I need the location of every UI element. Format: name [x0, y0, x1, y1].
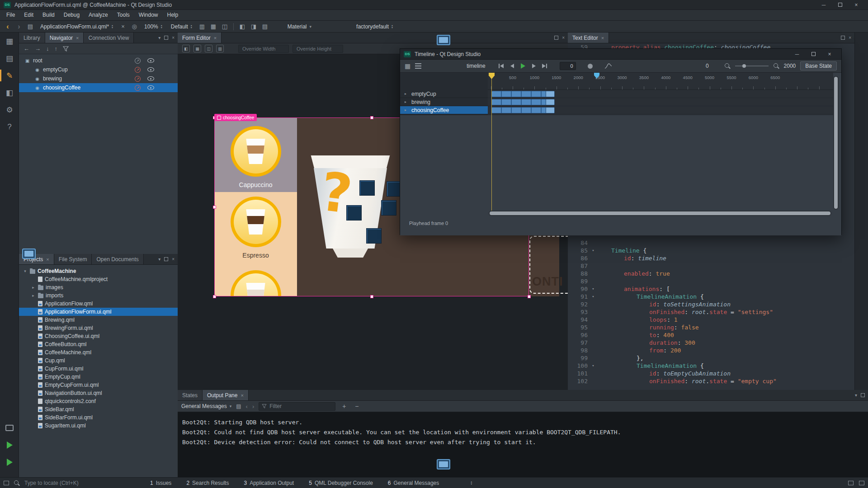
code-line-100[interactable]: 100▾TimelineAnimation { — [568, 362, 854, 370]
project-item-navigationbutton-ui-qml[interactable]: NavigationButton.ui.qml — [19, 389, 178, 397]
debug-run-button[interactable] — [0, 454, 19, 471]
expand-arrow-icon[interactable]: ▸ — [31, 293, 36, 298]
statusbar-pane-application-output[interactable]: 3Application Output — [244, 480, 294, 486]
select-tool-icon[interactable]: ◧ — [182, 45, 190, 52]
coffee-option-espresso[interactable]: Espresso — [214, 192, 297, 262]
maximize-button[interactable] — [805, 49, 821, 59]
pin-output-icon[interactable]: ▤ — [236, 403, 241, 409]
end-frame-label[interactable]: 2000 — [784, 63, 796, 69]
selection-handle[interactable] — [370, 295, 373, 298]
override-height-field[interactable]: Override Height — [292, 45, 343, 53]
progress-details-icon[interactable] — [848, 481, 854, 485]
console-output[interactable]: Boot2Qt: Starting QDB host server.Boot2Q… — [178, 412, 868, 453]
close-icon[interactable]: × — [241, 393, 243, 398]
alias-export-icon[interactable]: ↗ — [135, 67, 141, 73]
minimize-button[interactable]: ─ — [789, 49, 805, 59]
code-line-92[interactable]: 92id: toSettingsAnimation — [568, 300, 854, 308]
code-line-95[interactable]: 95running: false — [568, 324, 854, 331]
menu-file[interactable]: File — [2, 10, 19, 20]
target-icon[interactable]: ◎ — [130, 22, 138, 31]
float-pane-icon[interactable] — [164, 257, 168, 261]
locator-input[interactable]: Type to locate (Ctrl+K) — [24, 480, 110, 486]
alias-export-icon[interactable]: ↗ — [135, 85, 141, 91]
previous-item-icon[interactable]: ‹ — [246, 403, 248, 410]
floating-dock-icon[interactable] — [437, 35, 450, 45]
output-channel-selector[interactable]: General Messages ▾ — [181, 403, 231, 409]
statusbar-pane-issues[interactable]: 1Issues — [150, 480, 171, 486]
project-item-images[interactable]: ▸images — [19, 283, 178, 291]
output-tab-states[interactable]: States — [178, 390, 203, 400]
fold-arrow-icon[interactable]: ▾ — [588, 285, 599, 293]
keyframe-section-bar[interactable] — [491, 99, 555, 105]
edit-mode-icon[interactable]: ▤ — [0, 50, 19, 67]
code-line-98[interactable]: 98from: 200 — [568, 347, 854, 354]
menu-window[interactable]: Window — [134, 10, 163, 20]
timeline-titlebar[interactable]: DS Timeline - Qt Design Studio ─ × — [400, 49, 841, 60]
style-selector[interactable]: Default ▴▾ — [168, 22, 195, 31]
project-item-brewingform-ui-qml[interactable]: BrewingForm.ui.qml — [19, 324, 178, 332]
project-item-imports[interactable]: ▸imports — [19, 291, 178, 300]
continue-button-text[interactable]: ONTI — [532, 275, 563, 289]
next-frame-button[interactable] — [530, 62, 538, 70]
float-pane-icon[interactable] — [554, 36, 558, 40]
code-line-91[interactable]: 91▾TimelineAnimation { — [568, 293, 854, 300]
left-panel-icon[interactable]: ◧ — [238, 22, 246, 31]
marquee-tool-icon[interactable]: ▦ — [193, 45, 201, 52]
keyframe-section-bar[interactable] — [491, 107, 555, 113]
project-item-applicationflowform-ui-qml[interactable]: ApplicationFlowForm.ui.qml — [19, 308, 178, 316]
alias-export-icon[interactable]: ↗ — [135, 76, 141, 82]
code-line-84[interactable]: 84 — [568, 239, 854, 247]
navigator-tab-connection-view[interactable]: Connection View — [84, 33, 134, 43]
filter-icon[interactable] — [63, 46, 69, 52]
close-document-icon[interactable]: × — [119, 22, 127, 31]
split-view-icon[interactable]: ▤ — [261, 22, 269, 31]
project-item-applicationflow-qml[interactable]: ApplicationFlow.qml — [19, 300, 178, 308]
navigator-item-emptycup[interactable]: ◉emptyCup↗ — [19, 65, 178, 74]
animation-settings-icon[interactable] — [415, 63, 421, 69]
code-line-89[interactable]: 89 — [568, 277, 854, 285]
code-line-90[interactable]: 90▾animations: [ — [568, 285, 854, 293]
close-icon[interactable]: × — [214, 35, 217, 41]
float-pane-icon[interactable] — [164, 36, 168, 40]
close-button[interactable]: × — [848, 0, 864, 10]
project-item-coffeemachine[interactable]: ▾CoffeeMachine — [19, 267, 178, 275]
playback-speed-label[interactable]: 0 — [706, 63, 709, 69]
easing-curve-icon[interactable] — [604, 63, 612, 69]
spinner-arrows-icon[interactable]: ▴▾ — [112, 24, 113, 29]
timeline-keyframe-area[interactable] — [488, 90, 833, 115]
code-line-87[interactable]: 87 — [568, 262, 854, 270]
export-icon[interactable]: ▥ — [198, 22, 206, 31]
timeline-ruler[interactable]: 5001000150020002500300035004000450050005… — [488, 73, 833, 90]
selection-label[interactable]: choosingCoffee — [214, 114, 257, 121]
close-icon[interactable]: × — [46, 257, 49, 262]
menu-edit[interactable]: Edit — [19, 10, 38, 20]
coffee-option-cappuccino[interactable]: Cappuccino — [214, 117, 297, 192]
selection-handle[interactable] — [213, 206, 216, 209]
alias-export-icon[interactable]: ↗ — [135, 58, 141, 64]
timeline-track-brewing[interactable]: ▸brewing — [400, 98, 488, 106]
move-forward-icon[interactable]: → — [35, 45, 41, 52]
forward-icon[interactable]: › — [15, 22, 23, 31]
navigator-item-choosingcoffee[interactable]: ◉choosingCoffee↗ — [19, 83, 178, 92]
sidebar-toggle-icon[interactable] — [4, 481, 9, 485]
maximize-button[interactable] — [832, 0, 848, 10]
play-button[interactable] — [519, 62, 527, 70]
components-icon[interactable]: ◧ — [0, 84, 19, 101]
base-state-button[interactable]: Base State — [800, 61, 837, 70]
sugar-cube[interactable] — [346, 205, 362, 221]
form-editor-tab[interactable]: Form Editor × — [178, 33, 222, 43]
project-item-cupform-ui-qml[interactable]: CupForm.ui.qml — [19, 365, 178, 373]
output-tab-output-pane[interactable]: Output Pane× — [203, 390, 249, 400]
navigator-item-brewing[interactable]: ◉brewing↗ — [19, 74, 178, 83]
spinner-arrows-icon[interactable]: ▴▾ — [191, 24, 192, 29]
pane-arrows-icon[interactable]: ▴▾ — [471, 481, 472, 485]
device-manager-icon[interactable] — [0, 419, 19, 436]
move-up-icon[interactable]: ↑ — [55, 45, 58, 52]
navigator-tab-library[interactable]: Library — [19, 33, 45, 43]
coffee-option-partial[interactable] — [214, 262, 297, 296]
sugar-cube[interactable] — [381, 200, 396, 216]
chevron-down-icon[interactable]: ▾ — [158, 257, 160, 262]
expand-arrow-icon[interactable]: ▾ — [23, 269, 28, 273]
selection-handle[interactable] — [370, 116, 373, 119]
project-item-sugaritem-ui-qml[interactable]: SugarItem.ui.qml — [19, 422, 178, 430]
